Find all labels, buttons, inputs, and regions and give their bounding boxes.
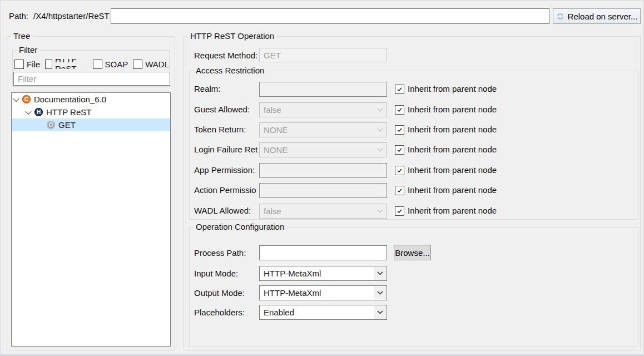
inherit-label: Inherit from parent node: [408, 185, 497, 195]
chevron-down-icon: [374, 123, 386, 136]
sync-arrows-icon: [556, 12, 564, 21]
access-restriction-title: Access Restriction: [194, 66, 266, 75]
token-return-label: Token Return:: [194, 125, 258, 134]
action-permission-inherit-checkbox[interactable]: [395, 186, 404, 195]
request-method-label: Request Method:: [194, 51, 258, 60]
operation-node-icon: O: [47, 121, 55, 129]
login-failure-return-label: Login Failure Ret: [194, 145, 258, 154]
wadl-allowed-select: false: [259, 204, 387, 219]
token-return-value: NONE: [260, 125, 374, 135]
soap-checkbox-label: SOAP: [105, 60, 128, 69]
output-mode-label: Output Mode:: [194, 288, 258, 298]
realm-inherit-checkbox[interactable]: [395, 85, 404, 94]
process-path-label: Process Path:: [194, 248, 258, 258]
tree-row-http-rest[interactable]: H HTTP ReST: [12, 106, 170, 118]
app-permission-field[interactable]: [259, 163, 387, 178]
chevron-down-icon: [374, 205, 386, 217]
app-permission-inherit-checkbox[interactable]: [395, 166, 404, 175]
path-input[interactable]: [111, 8, 549, 24]
guest-allowed-select: false: [259, 102, 387, 117]
http-rest-node-icon: H: [34, 108, 43, 116]
guest-allowed-value: false: [260, 105, 374, 115]
browse-button[interactable]: Browse...: [394, 245, 431, 260]
tree-node-label: HTTP ReST: [46, 106, 91, 118]
wadl-allowed-value: false: [260, 206, 374, 216]
placeholders-value: Enabled: [260, 308, 374, 317]
inherit-label: Inherit from parent node: [408, 145, 497, 154]
token-return-inherit-checkbox[interactable]: [395, 125, 404, 135]
filter-groupbox-title: Filter: [17, 45, 39, 55]
http-rest-checkbox-label: HTTP ReST: [55, 59, 88, 69]
filter-input[interactable]: [13, 72, 170, 86]
guest-allowed-label: Guest Allowed:: [194, 105, 258, 114]
realm-field[interactable]: [259, 82, 387, 97]
input-mode-value: HTTP-MetaXml: [260, 269, 374, 278]
request-method-field: [259, 48, 387, 62]
chevron-down-icon: [374, 267, 386, 280]
filter-checkbox-wadl[interactable]: WADL: [133, 59, 169, 69]
token-return-select: NONE: [259, 122, 387, 137]
reload-button-label: Reload on server...: [568, 12, 638, 21]
tree-node-label: Documentation_6.0: [34, 93, 106, 106]
guest-allowed-inherit-checkbox[interactable]: [395, 105, 404, 115]
tree-list: C Documentation_6.0 H HTTP ReST O GET: [11, 92, 171, 347]
chevron-down-icon: [374, 306, 386, 319]
filter-checkbox-soap[interactable]: SOAP: [93, 59, 128, 69]
inherit-label: Inherit from parent node: [408, 105, 497, 114]
inherit-label: Inherit from parent node: [408, 165, 497, 175]
tree-row-get[interactable]: O GET: [12, 118, 170, 131]
input-mode-select[interactable]: HTTP-MetaXml: [259, 266, 387, 281]
reload-on-server-button[interactable]: Reload on server...: [553, 8, 641, 24]
chevron-down-icon: [374, 286, 386, 299]
filter-checkbox-file[interactable]: File: [14, 59, 40, 69]
file-checkbox-label: File: [27, 60, 40, 69]
app-permission-label: App Permission:: [194, 165, 258, 175]
http-rest-operation-title: HTTP ReST Operation: [188, 31, 276, 41]
operation-configuration-title: Operation Configuration: [194, 222, 286, 231]
path-label: Path:: [9, 11, 28, 21]
input-mode-label: Input Mode:: [194, 269, 258, 278]
app-window: Path: /X4/httpstarter/ReST Reload on ser…: [0, 0, 644, 356]
filter-checkbox-row: File HTTP ReST SOAP WADL: [14, 59, 169, 69]
placeholders-label: Placeholders:: [194, 308, 258, 317]
chevron-down-icon: [374, 144, 386, 156]
output-mode-select[interactable]: HTTP-MetaXml: [259, 285, 387, 300]
chevron-down-icon: [374, 103, 386, 116]
tree-groupbox-title: Tree: [11, 31, 32, 41]
expander-chevron-icon[interactable]: [14, 93, 18, 106]
path-value: /X4/httpstarter/ReST: [33, 11, 110, 21]
action-permission-label: Action Permissio: [194, 185, 258, 195]
expander-chevron-icon[interactable]: [26, 106, 31, 118]
realm-label: Realm:: [194, 84, 258, 93]
placeholders-select[interactable]: Enabled: [259, 305, 387, 320]
wadl-checkbox-label: WADL: [145, 60, 169, 69]
wadl-checkbox[interactable]: [133, 60, 142, 69]
configuration-node-icon: C: [22, 95, 31, 103]
login-failure-return-value: NONE: [260, 145, 374, 155]
filter-checkbox-http-rest[interactable]: HTTP ReST: [45, 59, 87, 69]
action-permission-field[interactable]: [259, 183, 387, 198]
wadl-allowed-inherit-checkbox[interactable]: [395, 206, 404, 216]
file-checkbox[interactable]: [14, 60, 24, 69]
login-failure-return-inherit-checkbox[interactable]: [395, 145, 404, 155]
login-failure-return-select: NONE: [259, 142, 387, 157]
inherit-label: Inherit from parent node: [408, 125, 497, 134]
tree-node-label: GET: [58, 118, 76, 131]
tree-row-documentation[interactable]: C Documentation_6.0: [12, 93, 170, 106]
process-path-input[interactable]: [259, 245, 387, 260]
inherit-label: Inherit from parent node: [408, 206, 497, 215]
inherit-label: Inherit from parent node: [408, 84, 497, 93]
http-rest-checkbox[interactable]: [45, 60, 52, 69]
wadl-allowed-label: WADL Allowed:: [194, 206, 258, 215]
output-mode-value: HTTP-MetaXml: [260, 288, 374, 298]
browse-button-label: Browse...: [395, 248, 430, 258]
soap-checkbox[interactable]: [93, 60, 102, 69]
